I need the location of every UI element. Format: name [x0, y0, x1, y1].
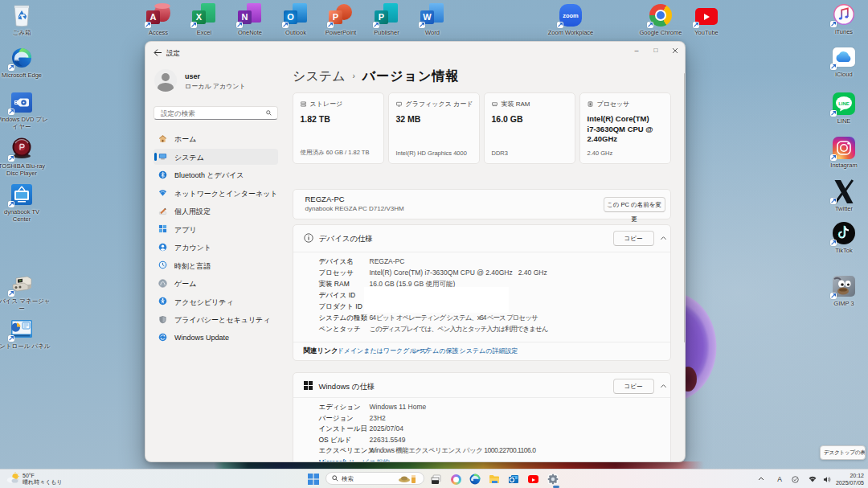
- svg-text:LINE: LINE: [838, 101, 850, 106]
